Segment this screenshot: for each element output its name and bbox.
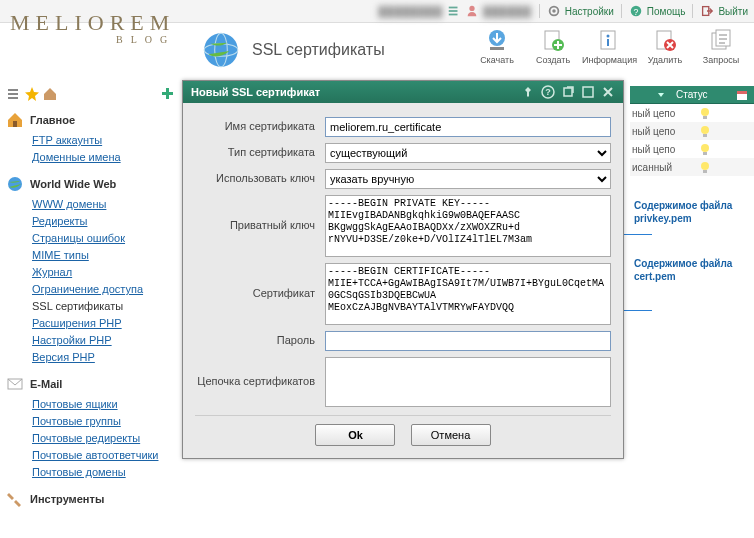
ok-button[interactable]: Ok: [315, 424, 395, 446]
close-icon[interactable]: [601, 85, 615, 99]
logo-sub: BLOG: [10, 34, 175, 45]
svg-point-9: [204, 33, 238, 67]
modal-titlebar[interactable]: Новый SSL сертификат ?: [183, 81, 623, 103]
textarea-cert[interactable]: [325, 263, 611, 325]
status-row[interactable]: ный цепо: [630, 140, 754, 158]
svg-point-5: [552, 9, 556, 13]
status-header[interactable]: Статус: [670, 86, 732, 104]
mail-icon: [6, 375, 24, 393]
star-icon[interactable]: [24, 86, 40, 102]
list-icon[interactable]: [6, 86, 22, 102]
select-cert-type[interactable]: существующий: [325, 143, 611, 163]
settings-link[interactable]: Настройки: [565, 6, 614, 17]
logo: MELIOREM BLOG: [10, 10, 175, 45]
list-icon[interactable]: [447, 4, 461, 18]
sidebar-item-errpages[interactable]: Страницы ошибок: [32, 230, 176, 247]
requests-button[interactable]: Запросы: [694, 27, 748, 65]
help-icon[interactable]: ?: [629, 4, 643, 18]
sidebar: Главное FTP аккаунты Доменные имена Worl…: [6, 86, 176, 517]
sidebar-item-boxes[interactable]: Почтовые ящики: [32, 396, 176, 413]
calendar-icon: [736, 89, 748, 101]
download-button[interactable]: Скачать: [470, 27, 524, 65]
modal-body: Имя сертификата Тип сертификата существу…: [183, 103, 623, 458]
sidebar-item-autoresp[interactable]: Почтовые автоответчики: [32, 447, 176, 464]
svg-text:?: ?: [633, 7, 638, 17]
requests-icon: [708, 27, 734, 53]
sidebar-head-main[interactable]: Главное: [6, 108, 176, 132]
note-cert: Содержимое файла cert.pem: [630, 254, 754, 286]
label-password: Пароль: [195, 331, 325, 346]
home-icon[interactable]: [42, 86, 58, 102]
status-row[interactable]: ный цепо: [630, 122, 754, 140]
bulb-icon: [698, 124, 712, 138]
textarea-privkey[interactable]: [325, 195, 611, 257]
sidebar-item-journal[interactable]: Журнал: [32, 264, 176, 281]
person-icon[interactable]: [465, 4, 479, 18]
help-icon[interactable]: ?: [541, 85, 555, 99]
sidebar-item-phpext[interactable]: Расширения PHP: [32, 315, 176, 332]
sidebar-head-tools[interactable]: Инструменты: [6, 487, 176, 511]
sidebar-item-access[interactable]: Ограничение доступа: [32, 281, 176, 298]
bulb-icon: [698, 106, 712, 120]
logout-link[interactable]: Выйти: [718, 6, 748, 17]
select-usekey[interactable]: указать вручную: [325, 169, 611, 189]
sidebar-item-ssl[interactable]: SSL сертификаты: [32, 298, 176, 315]
svg-point-17: [607, 35, 610, 38]
globe-icon: [200, 29, 242, 71]
sidebar-item-mime[interactable]: MIME типы: [32, 247, 176, 264]
svg-rect-2: [449, 14, 458, 16]
svg-point-29: [8, 177, 22, 191]
info-button[interactable]: Информация: [582, 27, 636, 65]
status-row[interactable]: ный цепо: [630, 104, 754, 122]
svg-rect-36: [703, 134, 707, 137]
status-row[interactable]: исанный: [630, 158, 754, 176]
svg-point-33: [701, 108, 709, 116]
svg-rect-25: [8, 97, 18, 99]
svg-rect-0: [449, 7, 458, 9]
pin-icon[interactable]: [521, 85, 535, 99]
sidebar-section-tools: Инструменты: [6, 487, 176, 511]
note-privkey: Содержимое файла privkey.pem: [630, 196, 754, 228]
sidebar-head-email[interactable]: E-Mail: [6, 372, 176, 396]
input-cert-name[interactable]: [325, 117, 611, 137]
sidebar-head-www[interactable]: World Wide Web: [6, 172, 176, 196]
sidebar-item-ftp[interactable]: FTP аккаунты: [32, 132, 176, 149]
help-link[interactable]: Помощь: [647, 6, 686, 17]
sidebar-toolbar: [6, 86, 176, 102]
label-cert: Сертификат: [195, 263, 325, 299]
sidebar-item-mailredir[interactable]: Почтовые редиректы: [32, 430, 176, 447]
label-privkey: Приватный ключ: [195, 195, 325, 231]
status-cal-head[interactable]: [732, 86, 754, 104]
sidebar-item-phpset[interactable]: Настройки PHP: [32, 332, 176, 349]
textarea-chain[interactable]: [325, 357, 611, 407]
gear-icon[interactable]: [547, 4, 561, 18]
svg-rect-1: [449, 10, 458, 12]
status-text: ный цепо: [630, 108, 694, 119]
logout-icon[interactable]: [700, 4, 714, 18]
svg-point-3: [470, 6, 475, 11]
sidebar-item-redir[interactable]: Редиректы: [32, 213, 176, 230]
modal-buttons: Ok Отмена: [195, 415, 611, 450]
plus-icon[interactable]: [160, 86, 176, 102]
sidebar-item-groups[interactable]: Почтовые группы: [32, 413, 176, 430]
create-button[interactable]: Создать: [526, 27, 580, 65]
maximize-icon[interactable]: [581, 85, 595, 99]
bulb-icon: [698, 142, 712, 156]
popout-icon[interactable]: [561, 85, 575, 99]
input-password[interactable]: [325, 331, 611, 351]
status-arrow-head[interactable]: [630, 86, 670, 104]
sidebar-item-wwwdom[interactable]: WWW домены: [32, 196, 176, 213]
delete-button[interactable]: Удалить: [638, 27, 692, 65]
svg-rect-27: [162, 92, 173, 95]
sidebar-item-domains[interactable]: Доменные имена: [32, 149, 176, 166]
bulb-icon: [698, 160, 712, 174]
sidebar-item-maildom[interactable]: Почтовые домены: [32, 464, 176, 481]
user-blur-2: ██████: [483, 6, 532, 17]
globe-icon: [6, 175, 24, 193]
svg-text:?: ?: [545, 87, 551, 97]
svg-rect-13: [490, 47, 504, 50]
sidebar-item-phpver[interactable]: Версия PHP: [32, 349, 176, 366]
user-blur-1: ████████: [379, 6, 444, 17]
cancel-button[interactable]: Отмена: [411, 424, 491, 446]
sidebar-section-main: Главное FTP аккаунты Доменные имена: [6, 108, 176, 166]
